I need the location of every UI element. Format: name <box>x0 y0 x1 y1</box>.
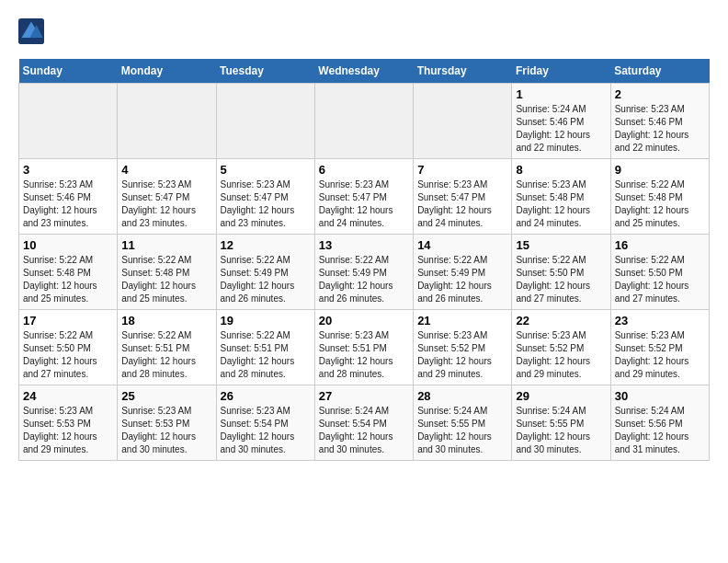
day-number: 11 <box>121 238 211 252</box>
week-row-5: 24Sunrise: 5:23 AM Sunset: 5:53 PM Dayli… <box>19 385 710 461</box>
day-number: 9 <box>615 163 705 177</box>
day-number: 21 <box>417 314 507 327</box>
day-cell: 29Sunrise: 5:24 AM Sunset: 5:55 PM Dayli… <box>512 385 610 461</box>
day-cell: 8Sunrise: 5:23 AM Sunset: 5:48 PM Daylig… <box>512 159 610 235</box>
day-cell <box>216 84 314 159</box>
day-number: 14 <box>417 238 507 252</box>
day-number: 23 <box>615 314 705 327</box>
day-number: 7 <box>417 163 507 177</box>
day-cell <box>19 84 118 159</box>
day-cell: 26Sunrise: 5:23 AM Sunset: 5:54 PM Dayli… <box>216 385 314 461</box>
day-cell: 4Sunrise: 5:23 AM Sunset: 5:47 PM Daylig… <box>118 159 216 235</box>
day-info: Sunrise: 5:22 AM Sunset: 5:51 PM Dayligh… <box>221 329 311 381</box>
day-cell: 1Sunrise: 5:24 AM Sunset: 5:46 PM Daylig… <box>512 84 610 159</box>
day-number: 30 <box>615 389 705 403</box>
day-number: 18 <box>121 314 211 327</box>
day-info: Sunrise: 5:22 AM Sunset: 5:48 PM Dayligh… <box>23 254 113 305</box>
day-number: 28 <box>417 389 507 403</box>
day-cell: 3Sunrise: 5:23 AM Sunset: 5:46 PM Daylig… <box>19 159 118 235</box>
day-cell: 14Sunrise: 5:22 AM Sunset: 5:49 PM Dayli… <box>414 235 512 310</box>
day-cell: 11Sunrise: 5:22 AM Sunset: 5:48 PM Dayli… <box>118 235 216 310</box>
day-info: Sunrise: 5:22 AM Sunset: 5:50 PM Dayligh… <box>615 254 705 305</box>
col-header-monday: Monday <box>118 59 216 84</box>
day-number: 6 <box>319 163 409 177</box>
day-info: Sunrise: 5:22 AM Sunset: 5:51 PM Dayligh… <box>121 329 211 381</box>
day-cell: 22Sunrise: 5:23 AM Sunset: 5:52 PM Dayli… <box>512 310 610 385</box>
day-info: Sunrise: 5:24 AM Sunset: 5:54 PM Dayligh… <box>319 405 409 456</box>
day-number: 10 <box>23 238 113 252</box>
day-cell: 2Sunrise: 5:23 AM Sunset: 5:46 PM Daylig… <box>610 84 709 159</box>
day-cell: 5Sunrise: 5:23 AM Sunset: 5:47 PM Daylig… <box>216 159 314 235</box>
day-number: 24 <box>23 389 113 403</box>
day-cell: 18Sunrise: 5:22 AM Sunset: 5:51 PM Dayli… <box>118 310 216 385</box>
day-info: Sunrise: 5:24 AM Sunset: 5:55 PM Dayligh… <box>516 405 606 456</box>
day-number: 20 <box>319 314 409 327</box>
day-number: 29 <box>516 389 606 403</box>
day-number: 22 <box>516 314 606 327</box>
col-header-thursday: Thursday <box>414 59 512 84</box>
day-cell: 19Sunrise: 5:22 AM Sunset: 5:51 PM Dayli… <box>216 310 314 385</box>
day-number: 15 <box>516 238 606 252</box>
logo-icon <box>18 18 44 44</box>
day-info: Sunrise: 5:23 AM Sunset: 5:47 PM Dayligh… <box>121 178 211 230</box>
day-cell: 6Sunrise: 5:23 AM Sunset: 5:47 PM Daylig… <box>314 159 413 235</box>
day-info: Sunrise: 5:22 AM Sunset: 5:49 PM Dayligh… <box>417 254 507 305</box>
day-info: Sunrise: 5:23 AM Sunset: 5:47 PM Dayligh… <box>417 178 507 230</box>
col-header-wednesday: Wednesday <box>314 59 413 84</box>
day-number: 25 <box>121 389 211 403</box>
day-info: Sunrise: 5:22 AM Sunset: 5:48 PM Dayligh… <box>615 178 705 230</box>
day-info: Sunrise: 5:23 AM Sunset: 5:53 PM Dayligh… <box>121 405 211 456</box>
day-info: Sunrise: 5:22 AM Sunset: 5:48 PM Dayligh… <box>121 254 211 305</box>
day-cell: 27Sunrise: 5:24 AM Sunset: 5:54 PM Dayli… <box>314 385 413 461</box>
day-info: Sunrise: 5:24 AM Sunset: 5:56 PM Dayligh… <box>615 405 705 456</box>
day-info: Sunrise: 5:23 AM Sunset: 5:51 PM Dayligh… <box>319 329 409 381</box>
day-cell: 30Sunrise: 5:24 AM Sunset: 5:56 PM Dayli… <box>610 385 709 461</box>
col-header-tuesday: Tuesday <box>216 59 314 84</box>
day-info: Sunrise: 5:22 AM Sunset: 5:50 PM Dayligh… <box>516 254 606 305</box>
day-cell: 7Sunrise: 5:23 AM Sunset: 5:47 PM Daylig… <box>414 159 512 235</box>
day-number: 27 <box>319 389 409 403</box>
day-info: Sunrise: 5:23 AM Sunset: 5:47 PM Dayligh… <box>319 178 409 230</box>
day-number: 4 <box>121 163 211 177</box>
day-info: Sunrise: 5:23 AM Sunset: 5:52 PM Dayligh… <box>417 329 507 381</box>
day-number: 17 <box>23 314 113 327</box>
day-cell: 13Sunrise: 5:22 AM Sunset: 5:49 PM Dayli… <box>314 235 413 310</box>
day-number: 5 <box>221 163 311 177</box>
logo <box>18 18 48 44</box>
day-number: 13 <box>319 238 409 252</box>
day-info: Sunrise: 5:24 AM Sunset: 5:46 PM Dayligh… <box>516 103 606 155</box>
day-info: Sunrise: 5:23 AM Sunset: 5:54 PM Dayligh… <box>221 405 311 456</box>
day-cell: 28Sunrise: 5:24 AM Sunset: 5:55 PM Dayli… <box>414 385 512 461</box>
day-cell: 16Sunrise: 5:22 AM Sunset: 5:50 PM Dayli… <box>610 235 709 310</box>
day-cell <box>414 84 512 159</box>
day-cell: 23Sunrise: 5:23 AM Sunset: 5:52 PM Dayli… <box>610 310 709 385</box>
week-row-1: 1Sunrise: 5:24 AM Sunset: 5:46 PM Daylig… <box>19 84 710 159</box>
week-row-3: 10Sunrise: 5:22 AM Sunset: 5:48 PM Dayli… <box>19 235 710 310</box>
day-number: 12 <box>221 238 311 252</box>
day-cell: 9Sunrise: 5:22 AM Sunset: 5:48 PM Daylig… <box>610 159 709 235</box>
day-cell <box>118 84 216 159</box>
col-header-saturday: Saturday <box>610 59 709 84</box>
day-info: Sunrise: 5:23 AM Sunset: 5:52 PM Dayligh… <box>516 329 606 381</box>
day-cell: 10Sunrise: 5:22 AM Sunset: 5:48 PM Dayli… <box>19 235 118 310</box>
day-info: Sunrise: 5:22 AM Sunset: 5:49 PM Dayligh… <box>319 254 409 305</box>
day-number: 26 <box>221 389 311 403</box>
day-info: Sunrise: 5:23 AM Sunset: 5:47 PM Dayligh… <box>221 178 311 230</box>
calendar-table: SundayMondayTuesdayWednesdayThursdayFrid… <box>18 59 710 461</box>
week-row-2: 3Sunrise: 5:23 AM Sunset: 5:46 PM Daylig… <box>19 159 710 235</box>
day-number: 2 <box>615 87 705 101</box>
day-cell: 20Sunrise: 5:23 AM Sunset: 5:51 PM Dayli… <box>314 310 413 385</box>
col-header-friday: Friday <box>512 59 610 84</box>
day-info: Sunrise: 5:23 AM Sunset: 5:48 PM Dayligh… <box>516 178 606 230</box>
day-info: Sunrise: 5:23 AM Sunset: 5:52 PM Dayligh… <box>615 329 705 381</box>
header <box>18 18 710 44</box>
day-cell: 24Sunrise: 5:23 AM Sunset: 5:53 PM Dayli… <box>19 385 118 461</box>
day-info: Sunrise: 5:23 AM Sunset: 5:46 PM Dayligh… <box>615 103 705 155</box>
day-cell: 17Sunrise: 5:22 AM Sunset: 5:50 PM Dayli… <box>19 310 118 385</box>
col-header-sunday: Sunday <box>19 59 118 84</box>
day-cell: 25Sunrise: 5:23 AM Sunset: 5:53 PM Dayli… <box>118 385 216 461</box>
day-number: 1 <box>516 87 606 101</box>
week-row-4: 17Sunrise: 5:22 AM Sunset: 5:50 PM Dayli… <box>19 310 710 385</box>
day-cell: 12Sunrise: 5:22 AM Sunset: 5:49 PM Dayli… <box>216 235 314 310</box>
day-cell: 15Sunrise: 5:22 AM Sunset: 5:50 PM Dayli… <box>512 235 610 310</box>
